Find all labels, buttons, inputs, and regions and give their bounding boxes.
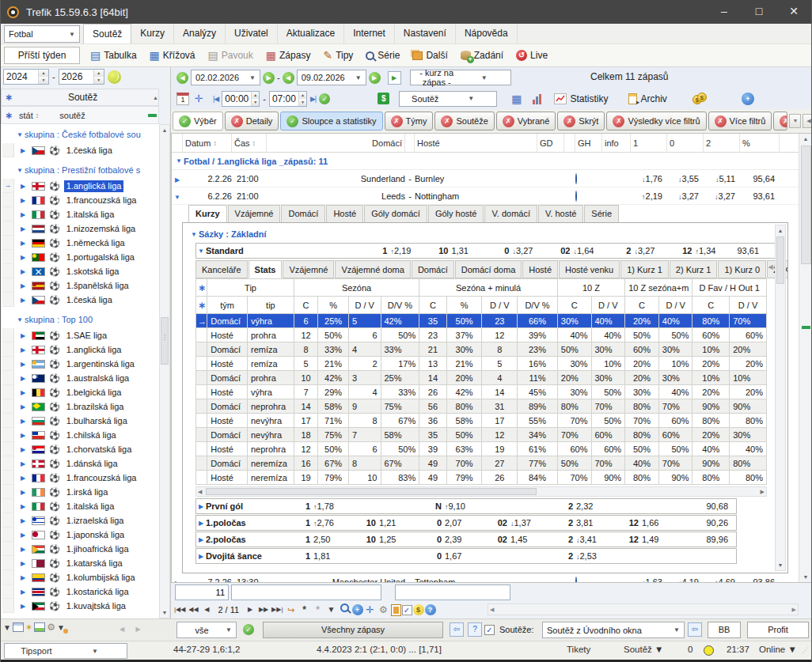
- zoom-add-icon[interactable]: +: [352, 604, 363, 615]
- bet-row-2-poločas[interactable]: ▶2.poločas12,50101,2502,39021,452↓3,4112…: [195, 531, 737, 547]
- toolbar-item-tipy[interactable]: ✎Tipy: [317, 46, 359, 65]
- collapse-icon[interactable]: ▼: [15, 131, 25, 138]
- collapse-icon[interactable]: ▼: [196, 248, 206, 255]
- asterisk-off-icon[interactable]: *: [312, 603, 324, 617]
- sidebar-item-league[interactable]: ▶⚽1.jihoafrická liga: [1, 542, 159, 556]
- sidebar-item-league[interactable]: ▶⚽1.chilská liga: [1, 428, 159, 442]
- table-vscrollbar[interactable]: ▲ ▼: [799, 134, 812, 582]
- window-layout-icon[interactable]: [13, 622, 24, 632]
- scope-select[interactable]: vše▼: [176, 622, 237, 638]
- expand-icon[interactable]: ▶: [18, 475, 28, 482]
- spinner-arrows-icon[interactable]: ▲▼: [93, 70, 104, 84]
- detail-tab-hosté[interactable]: Hosté: [326, 205, 363, 222]
- toolbar-item-zápasy[interactable]: ▦Zápasy: [260, 46, 317, 65]
- filter-button-výsledky-více-filtrů[interactable]: ✗Výsledky více filtrů: [606, 112, 706, 131]
- stats-tab-hosté-venku[interactable]: Hosté venku: [559, 260, 620, 278]
- filter-button-vybrané[interactable]: ✗Vybrané: [496, 112, 556, 131]
- league-group[interactable]: ▼skupina : České fotbalové sou: [1, 126, 159, 143]
- expand-icon[interactable]: ▶: [196, 553, 206, 560]
- collapse-icon[interactable]: ▼: [15, 167, 25, 174]
- stats-row[interactable]: Domácíremíza833%433%2130%823%50%30%60%30…: [196, 342, 767, 357]
- online-menu[interactable]: Online ▼: [759, 645, 797, 654]
- collapse-icon[interactable]: ▼: [174, 157, 184, 165]
- confirm-check-icon[interactable]: ✓: [402, 605, 412, 615]
- expand-icon[interactable]: ▶: [18, 574, 28, 581]
- back-arrow2-icon[interactable]: ⇦: [688, 622, 702, 637]
- settings-gear-icon[interactable]: ⚙: [378, 603, 390, 617]
- minimize-button[interactable]: –: [707, 0, 742, 24]
- toolbar-item-série[interactable]: Série: [360, 46, 405, 65]
- expand-icon[interactable]: ▶: [18, 268, 28, 275]
- date2-next-icon[interactable]: ▶: [369, 72, 381, 84]
- nav-prev-fast-icon[interactable]: ◀◀: [187, 603, 199, 617]
- splitter-grip[interactable]: [802, 326, 810, 329]
- stats-subheader[interactable]: D/V %: [518, 297, 558, 314]
- expand-icon[interactable]: ▶: [18, 225, 28, 233]
- match-row[interactable]: ▶2.2.2621:00Sunderland-Burnley↓1,76↓3,55…: [172, 170, 799, 187]
- expand-icon[interactable]: ▶: [18, 183, 28, 190]
- search-icon[interactable]: [339, 603, 351, 617]
- move-all-icon[interactable]: ✛: [364, 603, 377, 617]
- toolbar-item-live[interactable]: ↺Live: [510, 46, 553, 65]
- stats-subheader[interactable]: D/V %: [381, 297, 419, 314]
- sidebar-item-league[interactable]: ▶⚽1.česká liga: [1, 143, 159, 157]
- stats-subheader[interactable]: D / V: [658, 297, 692, 314]
- dropdown-icon[interactable]: ▼: [789, 114, 801, 128]
- scroll-up-icon[interactable]: ▲: [162, 125, 168, 135]
- expand-icon[interactable]: ▶: [18, 211, 28, 218]
- sidebar-item-league[interactable]: ▶⚽1.francouzská liga: [1, 471, 159, 485]
- menu-tab-nastavení[interactable]: Nastavení: [395, 24, 456, 44]
- competition-menu[interactable]: Soutěž ▼: [624, 645, 663, 654]
- splitter-grip[interactable]: [148, 114, 157, 117]
- stats-tab-2-kurz-1[interactable]: 2) Kurz 1: [670, 260, 718, 278]
- sidebar-item-league[interactable]: ▶⚽1.SAE liga: [1, 328, 159, 342]
- globe-icon[interactable]: [575, 191, 577, 202]
- nav-next-icon[interactable]: ▶: [244, 603, 256, 617]
- scroll-left-icon[interactable]: ◀: [198, 489, 202, 495]
- archive-button[interactable]: Archiv: [628, 93, 666, 104]
- detail-tab-góly-hosté[interactable]: Góly hosté: [428, 205, 484, 222]
- expand-icon[interactable]: ▶: [18, 531, 28, 539]
- stats-row[interactable]: Domácíneprohra1458%975%5680%3189%80%70%8…: [196, 399, 767, 414]
- stats-tab-domácí[interactable]: Domácí: [412, 260, 454, 278]
- spinner-arrows-icon[interactable]: ▲▼: [38, 70, 48, 84]
- sidebar-item-league[interactable]: →▶⚽1.anglická liga: [1, 179, 159, 193]
- column-cas[interactable]: Čas↕: [232, 134, 267, 152]
- menu-tab-nápověda[interactable]: Nápověda: [456, 24, 518, 44]
- column-hoste[interactable]: Hosté: [415, 134, 537, 152]
- detail-tab-v-hosté[interactable]: V. hosté: [538, 205, 583, 222]
- sidebar-item-league[interactable]: ▶⚽1.kostarická liga: [1, 584, 159, 599]
- asterisk-icon[interactable]: ∗: [198, 282, 206, 293]
- date-from-select[interactable]: 02.02.2026▼: [191, 70, 260, 85]
- expand-icon[interactable]: ▶: [18, 517, 28, 524]
- column-gd[interactable]: GD: [537, 134, 564, 152]
- refresh-icon[interactable]: ↪: [285, 603, 298, 617]
- bar-chart-icon[interactable]: [533, 93, 541, 104]
- scroll-right-icon[interactable]: ▶: [792, 607, 796, 613]
- scrollbar-thumb[interactable]: [206, 488, 537, 495]
- toolbar-item-zadání[interactable]: Zadání: [455, 46, 509, 65]
- sidebar-item-league[interactable]: ▶⚽1.brazilská liga: [1, 399, 159, 414]
- stats-subheader[interactable]: D / V: [591, 297, 625, 314]
- expand-icon[interactable]: ▶: [196, 536, 206, 543]
- sidebar-item-league[interactable]: ▶⚽1.australská liga: [1, 371, 159, 385]
- column-datum[interactable]: Datum↕: [183, 134, 232, 152]
- tennis-ball-icon[interactable]: [108, 70, 121, 84]
- stats-tab-1-kurz-0[interactable]: 1) Kurz 0: [718, 260, 766, 278]
- stats-subheader[interactable]: C: [625, 297, 659, 314]
- apply-scope-icon[interactable]: ✓: [243, 624, 254, 635]
- detail-tab-domácí[interactable]: Domácí: [281, 205, 325, 222]
- resize-grip[interactable]: ⋰: [802, 646, 810, 654]
- sort-icon[interactable]: ↕: [36, 112, 40, 119]
- stats-tab-hosté[interactable]: Hosté: [522, 260, 558, 278]
- expand-icon[interactable]: ▶: [18, 503, 28, 510]
- stats-subheader[interactable]: D / V: [730, 297, 767, 314]
- sidebar-item-league[interactable]: ▶⚽1.belgická liga: [1, 385, 159, 399]
- column-info[interactable]: info: [602, 134, 631, 152]
- sidebar-item-league[interactable]: ▶⚽1.dánská liga: [1, 456, 159, 471]
- expand-icon[interactable]: ▶: [18, 332, 28, 339]
- funnel-icon[interactable]: ▼: [325, 603, 338, 617]
- stats-subheader[interactable]: C: [294, 297, 317, 314]
- stats-tab-stats[interactable]: Stats: [249, 260, 283, 278]
- sidebar-item-league[interactable]: ▶⚽1.kuvajtská liga: [1, 599, 159, 613]
